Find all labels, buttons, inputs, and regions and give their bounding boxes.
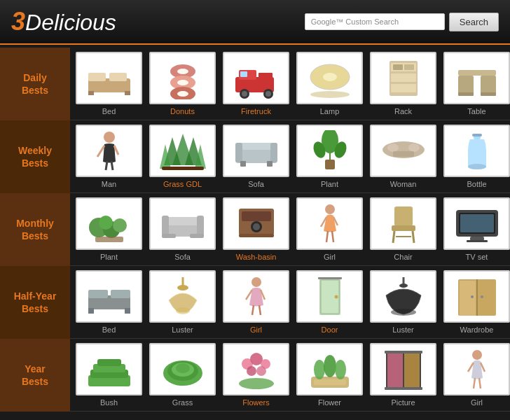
list-item[interactable]: Man [73, 125, 145, 188]
svg-rect-49 [267, 161, 273, 167]
svg-rect-83 [394, 206, 413, 226]
svg-point-111 [399, 284, 408, 288]
svg-point-6 [177, 69, 188, 74]
item-thumbnail [370, 343, 436, 396]
item-label: Grass [172, 398, 193, 407]
list-item[interactable]: Grass [146, 343, 219, 407]
svg-rect-74 [242, 211, 271, 221]
item-label: Bed [102, 107, 116, 115]
svg-rect-28 [458, 70, 496, 76]
list-item[interactable]: Table [441, 52, 510, 115]
grid-row-weekly: Man Grass GDL [70, 120, 510, 193]
svg-point-118 [481, 295, 483, 298]
item-label: Donuts [170, 107, 195, 115]
svg-line-81 [326, 231, 328, 242]
sidebar-item-year-bests[interactable]: YearBests [0, 339, 70, 412]
item-label: Door [322, 326, 338, 334]
list-item[interactable]: Plant [73, 197, 145, 261]
list-item[interactable]: Door [294, 270, 366, 334]
sidebar-item-weekly-bests[interactable]: WeeklyBests [0, 120, 70, 193]
svg-point-15 [242, 91, 247, 97]
item-thumbnail [149, 125, 216, 177]
item-thumbnail [296, 52, 363, 104]
list-item[interactable]: Picture [367, 343, 439, 407]
item-thumbnail [223, 52, 289, 104]
item-thumbnail [149, 52, 216, 104]
svg-rect-142 [385, 387, 422, 390]
item-thumbnail [76, 270, 142, 323]
svg-point-117 [471, 295, 474, 298]
svg-rect-26 [393, 64, 403, 70]
list-item[interactable]: Sofa [146, 197, 219, 261]
item-thumbnail [223, 343, 289, 396]
svg-rect-13 [240, 71, 247, 77]
svg-line-105 [259, 305, 261, 315]
sidebar: DailyBests WeeklyBests MonthlyBests Half… [0, 48, 70, 412]
svg-rect-27 [404, 64, 414, 70]
item-thumbnail [443, 197, 510, 250]
svg-rect-70 [197, 216, 204, 235]
item-thumbnail [370, 52, 436, 104]
svg-point-10 [177, 91, 188, 97]
sidebar-item-daily-bests[interactable]: DailyBests [0, 48, 70, 120]
list-item[interactable]: Luster [146, 270, 219, 334]
list-item[interactable]: Bed [73, 52, 145, 115]
item-thumbnail [223, 270, 289, 323]
list-item[interactable]: Luster [367, 270, 439, 334]
item-thumbnail [296, 197, 363, 250]
sidebar-item-halfyear-bests[interactable]: Half-YearBests [0, 266, 70, 339]
item-label: Plant [100, 253, 118, 261]
list-item[interactable]: Firetruck [220, 52, 292, 115]
svg-point-131 [256, 366, 266, 376]
list-item[interactable]: Chair [367, 197, 439, 261]
svg-rect-72 [190, 234, 204, 238]
item-label: Plant [321, 180, 338, 188]
list-item[interactable]: Woman [367, 125, 439, 188]
list-item[interactable]: Wash-basin [220, 197, 292, 261]
svg-point-17 [266, 91, 271, 97]
svg-rect-92 [467, 240, 488, 242]
sidebar-item-monthly-bests[interactable]: MonthlyBests [0, 193, 70, 266]
list-item[interactable]: Girl [294, 197, 366, 261]
list-item[interactable]: Rack [367, 52, 439, 115]
list-item[interactable]: Plant [294, 125, 366, 188]
list-item[interactable]: Flower [294, 343, 366, 407]
svg-rect-139 [387, 354, 403, 387]
item-thumbnail [223, 197, 289, 250]
sidebar-item-halfyear-bests-label: Half-YearBests [14, 290, 57, 315]
svg-point-78 [325, 204, 335, 214]
item-label: Bed [102, 326, 116, 334]
item-thumbnail [76, 197, 142, 250]
list-item[interactable]: Donuts [146, 52, 219, 115]
list-item[interactable]: Bush [73, 343, 145, 407]
item-label: Girl [250, 326, 262, 334]
svg-rect-122 [97, 359, 121, 366]
svg-point-8 [177, 80, 188, 85]
list-item[interactable]: Wardrobe [441, 270, 510, 334]
list-item[interactable]: Flowers [220, 343, 292, 407]
list-item[interactable]: Bed [73, 270, 145, 334]
list-item[interactable]: Grass GDL [146, 125, 219, 188]
search-button[interactable]: Search [449, 13, 499, 31]
item-label: Girl [471, 398, 483, 407]
svg-rect-94 [88, 290, 108, 298]
svg-point-100 [176, 307, 190, 314]
svg-point-137 [335, 360, 346, 379]
item-label: Chair [394, 253, 412, 261]
item-label: Lamp [320, 107, 340, 115]
list-item[interactable]: Bottle [441, 125, 510, 188]
svg-rect-25 [391, 84, 416, 92]
list-item[interactable]: Girl [220, 270, 292, 334]
item-label: Rack [394, 107, 412, 115]
svg-point-143 [472, 350, 482, 360]
list-item[interactable]: Sofa [220, 125, 292, 188]
list-item[interactable]: TV set [441, 197, 510, 261]
item-thumbnail [76, 52, 142, 104]
grid-row-monthly: Plant Sofa [70, 193, 510, 266]
list-item[interactable]: Girl [441, 343, 510, 407]
svg-line-104 [252, 305, 254, 315]
item-label: Sofa [248, 180, 264, 188]
item-label: Girl [324, 253, 336, 261]
svg-point-108 [334, 295, 338, 298]
list-item[interactable]: Lamp [294, 52, 366, 115]
